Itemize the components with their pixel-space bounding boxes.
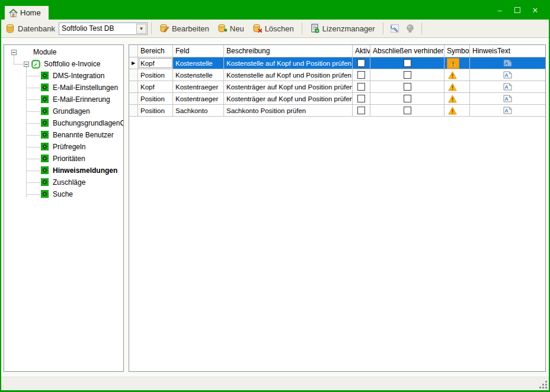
abschliessen-verhindern-checkbox[interactable] — [404, 59, 411, 67]
cell-feld[interactable]: Sachkonto — [173, 105, 224, 116]
abschliessen-verhindern-checkbox[interactable] — [404, 71, 411, 79]
tree-item-grundlagen[interactable]: Grundlagen — [4, 105, 123, 117]
toolbar-separator — [302, 23, 302, 34]
text-a-icon: A — [503, 83, 512, 91]
aktiv-checkbox[interactable] — [357, 95, 365, 102]
cell-bereich[interactable]: Kopf — [138, 81, 173, 92]
cell-bereich[interactable]: Position — [138, 93, 173, 104]
bearbeiten-button[interactable]: Bearbeiten — [155, 22, 213, 35]
cell-bereich[interactable]: Position — [138, 69, 173, 81]
column-header-symbol[interactable]: Symbol — [445, 45, 470, 57]
cell-bereich[interactable]: Kopf — [138, 57, 173, 69]
cell-beschreibung[interactable]: Kostenstelle auf Kopf und Position prüfe… — [224, 69, 353, 81]
cell-aktiv — [353, 93, 370, 104]
column-header-aktiv[interactable]: Aktiv — [353, 45, 370, 57]
grid-row-4[interactable]: PositionKostentraegerKostenträger auf Ko… — [129, 93, 545, 105]
gear-icon — [41, 107, 49, 115]
cell-feld[interactable]: Kostentraeger — [173, 93, 224, 104]
tree-item-e-mail-einstellungen[interactable]: E-Mail-Einstellungen — [4, 82, 123, 94]
column-header-hinweistext[interactable]: HinweisText — [470, 45, 545, 57]
tree-item-label[interactable]: DMS-Integration — [52, 71, 105, 81]
resize-grip-icon[interactable] — [540, 381, 547, 388]
abschliessen-verhindern-checkbox[interactable] — [404, 107, 411, 114]
tab-home[interactable]: Home — [5, 6, 49, 20]
cell-hinweistext[interactable]: A — [470, 93, 545, 104]
aktiv-checkbox[interactable] — [357, 59, 365, 67]
gear-icon — [41, 143, 49, 152]
loeschen-button[interactable]: Löschen — [248, 22, 298, 35]
abschliessen-verhindern-checkbox[interactable] — [404, 83, 411, 91]
settings-wrench-button[interactable] — [387, 22, 402, 35]
combobox-dropdown-button[interactable]: ▼ — [136, 24, 146, 34]
neu-button[interactable]: Neu — [213, 22, 248, 35]
tree-item-label[interactable]: Prüfregeln — [52, 142, 87, 152]
tree-item-module-label[interactable]: Module — [32, 47, 57, 57]
tree-item-label[interactable]: E-Mail-Erinnerung — [52, 95, 111, 104]
cell-symbol[interactable] — [445, 69, 470, 81]
grid-row-5[interactable]: PositionSachkontoSachkonto Position prüf… — [129, 105, 545, 117]
column-header-feld[interactable]: Feld — [173, 45, 224, 57]
cell-hinweistext[interactable]: A — [470, 69, 545, 81]
tree-item-e-mail-erinnerung[interactable]: E-Mail-Erinnerung — [4, 94, 123, 105]
tree-item-benannte-benutzer[interactable]: Benannte Benutzer — [4, 129, 123, 141]
tree-item-label[interactable]: Benannte Benutzer — [52, 130, 115, 140]
database-edit-icon — [159, 24, 169, 33]
cell-beschreibung[interactable]: Sachkonto Position prüfen — [224, 105, 353, 116]
tree-item-zuschl-ge[interactable]: Zuschläge — [4, 176, 123, 188]
grid-row-2[interactable]: PositionKostenstelleKostenstelle auf Kop… — [129, 69, 545, 81]
tree-item-label[interactable]: E-Mail-Einstellungen — [52, 83, 119, 92]
minimize-button[interactable]: – — [491, 4, 509, 17]
tree-item-pr-fregeln[interactable]: Prüfregeln — [4, 141, 123, 153]
license-manager-icon — [310, 24, 319, 33]
tree-item-dms-integration[interactable]: DMS-Integration — [4, 70, 123, 82]
tree-item-label[interactable]: Prioritäten — [52, 154, 87, 163]
grid-row-3[interactable]: KopfKostentraegerKostenträger auf Kopf u… — [129, 81, 545, 93]
tree-expander-icon[interactable] — [11, 50, 17, 55]
cell-hinweistext[interactable]: A — [470, 57, 545, 69]
cell-symbol[interactable] — [445, 105, 470, 116]
toolbar-separator — [421, 23, 422, 34]
cell-symbol[interactable] — [445, 57, 470, 69]
cell-feld[interactable]: Kostenstelle — [173, 57, 224, 69]
gear-icon — [41, 72, 49, 81]
close-button[interactable]: ✕ — [526, 4, 544, 17]
tree-connector-line — [26, 171, 40, 171]
tree-item-hinweismeldungen[interactable]: Hinweismeldungen — [4, 165, 123, 176]
maximize-button[interactable] — [509, 4, 526, 17]
cell-symbol[interactable] — [445, 93, 470, 104]
tree-item-label[interactable]: BuchungsgrundlagenCH — [52, 118, 124, 128]
tree-expander-icon[interactable] — [24, 62, 29, 67]
aktiv-checkbox[interactable] — [357, 107, 365, 114]
cell-hinweistext[interactable]: A — [470, 81, 545, 92]
tree-item-softfolio-e-invoice-label[interactable]: Softfolio e-Invoice — [43, 59, 101, 69]
column-header-beschreibung[interactable]: Beschreibung — [224, 45, 353, 57]
cell-bereich[interactable]: Position — [138, 105, 173, 116]
tree-item-label[interactable]: Zuschläge — [52, 178, 87, 187]
cell-beschreibung[interactable]: Kostenträger auf Kopf und Position prüfe… — [224, 81, 353, 92]
gear-icon — [41, 107, 49, 117]
aktiv-checkbox[interactable] — [357, 83, 365, 91]
column-header-abschlie-en-verhindern[interactable]: Abschließen verhindern — [370, 45, 445, 57]
tree-item-label[interactable]: Hinweismeldungen — [52, 166, 119, 175]
row-marker — [129, 105, 138, 116]
lizenzmanager-button[interactable]: Lizenzmanager — [306, 22, 379, 35]
cell-symbol[interactable] — [445, 81, 470, 92]
cell-feld[interactable]: Kostentraeger — [173, 81, 224, 92]
abschliessen-verhindern-checkbox[interactable] — [404, 95, 411, 102]
tree-item-priorit-ten[interactable]: Prioritäten — [4, 153, 123, 165]
cell-beschreibung[interactable]: Kostenstelle auf Kopf und Position prüfe… — [224, 57, 353, 69]
tree-item-label[interactable]: Grundlagen — [52, 107, 91, 116]
tree-item-suche[interactable]: Suche — [4, 188, 123, 200]
cell-feld[interactable]: Kostenstelle — [173, 69, 224, 81]
tree-item-module[interactable]: Module — [4, 46, 123, 58]
globe-button[interactable] — [402, 22, 418, 35]
cell-beschreibung[interactable]: Kostenträger auf Kopf und Position prüfe… — [224, 93, 353, 104]
cell-hinweistext[interactable]: A — [470, 105, 545, 116]
database-combobox[interactable]: Softfolio Test DB ▼ — [59, 23, 148, 35]
column-header-bereich[interactable]: Bereich — [138, 45, 173, 57]
tree-item-buchungsgrundlagench[interactable]: BuchungsgrundlagenCH — [4, 117, 123, 129]
tree-item-label[interactable]: Suche — [52, 189, 74, 199]
warning-icon — [447, 58, 459, 69]
grid-row-1[interactable]: ▶KopfKostenstelleKostenstelle auf Kopf u… — [129, 57, 545, 69]
aktiv-checkbox[interactable] — [357, 71, 365, 79]
